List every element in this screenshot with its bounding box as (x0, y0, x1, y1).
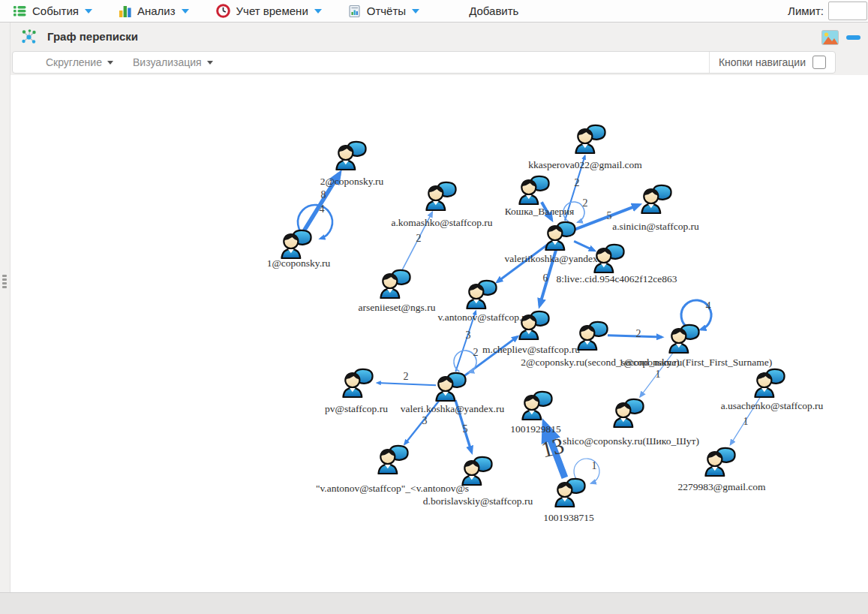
reports-icon (349, 5, 361, 17)
graph-node-person-icon[interactable] (436, 373, 465, 401)
graph-node-label: a.sinicin@staffcop.ru (612, 221, 699, 232)
graph-node-label: pv@staffcop.ru (325, 403, 388, 414)
graph-node-person-icon[interactable] (380, 270, 410, 298)
graph-node-person-icon[interactable] (343, 369, 372, 397)
graph-node-label: Кошка_Валерия (505, 206, 575, 217)
graph-toolbar: Скругление Визуализация Кнопки навигации (12, 51, 836, 74)
graph-node-person-icon[interactable] (669, 325, 698, 353)
edge-count-label: 3 (422, 415, 428, 426)
menu-analysis-label: Анализ (137, 5, 176, 17)
visualization-dropdown[interactable]: Визуализация (133, 56, 213, 68)
graph-node-person-icon[interactable] (578, 322, 607, 350)
menu-time-tracking[interactable]: Учет времени (216, 4, 322, 18)
edge-count-label: 1 (656, 369, 661, 380)
edge-count-label: 8 (321, 189, 326, 200)
edge-count-label: 2 (575, 177, 580, 188)
graph-node-person-icon[interactable] (281, 230, 311, 258)
graph-node-label: 1001938715 (543, 512, 594, 523)
menu-analysis[interactable]: Анализ (119, 5, 189, 17)
edge-count-label: 6 (543, 272, 548, 284)
menu-events[interactable]: События (14, 5, 92, 17)
graph-node-label: a.komashko@staffcop.ru (391, 217, 492, 228)
chevron-down-icon (207, 61, 213, 65)
panel-header-actions (821, 30, 860, 45)
graph-node-label: shico@coponsky.ru(Шико_Шут) (563, 435, 699, 447)
nav-buttons-checkbox[interactable] (812, 56, 826, 69)
rounding-label: Скругление (46, 56, 102, 68)
graph-node-person-icon[interactable] (462, 457, 491, 485)
graph-node-person-icon[interactable] (426, 182, 455, 210)
graph-edge (574, 241, 594, 250)
events-list-icon (14, 5, 26, 17)
graph-node-label: arseniieset@ngs.ru (359, 302, 436, 313)
graph-node-label: 1@coponsky.ru (267, 257, 331, 269)
visualization-label: Визуализация (133, 56, 202, 68)
graph-node-label: 1001929815 (510, 423, 561, 435)
page-title: Граф переписки (47, 30, 138, 43)
graph-node-label: valeriikoshka@yandex.ru (505, 253, 609, 264)
chevron-down-icon (412, 9, 419, 14)
graph-node-label: 1@coponsky.ru(First_First_Surname) (619, 357, 773, 368)
graph-node-person-icon[interactable] (467, 281, 496, 309)
limit-input[interactable] (828, 2, 867, 20)
graph-node-label: 2279983@gmail.com (677, 481, 766, 492)
chevron-down-icon (85, 9, 92, 14)
graph-svg: 82256323513211422412@coponsky.rukkaspero… (11, 75, 868, 593)
edge-count-label: 3 (466, 330, 471, 341)
collapse-minus-icon[interactable] (846, 35, 860, 40)
graph-node-person-icon[interactable] (336, 142, 365, 170)
rounding-dropdown[interactable]: Скругление (46, 56, 113, 68)
menu-reports[interactable]: Отчёты (349, 5, 419, 17)
graph-node-label: kkasperova022@gmail.com (528, 159, 642, 170)
graph-edge (377, 383, 436, 385)
graph-node-label: 8:live:.cid.954c4062f12ce863 (556, 273, 677, 284)
nav-buttons-control: Кнопки навигации (709, 52, 835, 73)
nav-buttons-label: Кнопки навигации (719, 56, 806, 68)
graph-node-person-icon[interactable] (614, 399, 643, 427)
graph-node-label: d.borislavskiy@staffcop.ru (423, 495, 533, 507)
graph-edge (608, 336, 662, 337)
graph-node-person-icon[interactable] (755, 369, 784, 397)
correspondence-graph-canvas[interactable]: 82256323513211422412@coponsky.rukkaspero… (11, 75, 868, 593)
graph-node-label: a.usachenko@staffcop.ru (721, 400, 824, 411)
graph-node-person-icon[interactable] (594, 245, 623, 272)
analysis-bars-icon (119, 5, 131, 17)
top-menu-bar: События Анализ Учет времени Отчёты Доб (0, 0, 868, 23)
edge-count-label: 4 (320, 203, 325, 215)
bottom-status-strip (0, 592, 868, 614)
graph-node-label: v.antonov@staffcop.ru (437, 312, 530, 323)
edge-count-label: 1 (592, 460, 597, 471)
graph-node-person-icon[interactable] (522, 392, 551, 420)
graph-node-person-icon[interactable] (641, 185, 671, 213)
graph-node-person-icon[interactable] (545, 222, 575, 250)
limit-control: Лимит: (788, 2, 868, 20)
graph-node-person-icon[interactable] (705, 448, 734, 476)
image-export-icon[interactable] (821, 30, 839, 45)
panel-header: Граф переписки (21, 29, 138, 44)
edge-count-label: 2 (636, 328, 641, 339)
graph-node-label: "v.antonov@staffcop"_<v.antonov@s (316, 483, 469, 494)
graph-node-person-icon[interactable] (378, 446, 407, 474)
chevron-down-icon (107, 61, 113, 65)
edge-count-label: 5 (607, 210, 612, 221)
graph-node-person-icon[interactable] (575, 125, 605, 153)
menu-reports-label: Отчёты (367, 5, 406, 17)
chevron-down-icon (182, 9, 189, 14)
menu-time-tracking-label: Учет времени (236, 5, 308, 17)
edge-count-label: 2 (416, 233, 422, 244)
edge-count-label: 2 (583, 197, 588, 209)
edge-count-label: 1 (743, 416, 749, 427)
menu-add-button[interactable]: Добавить (469, 5, 518, 17)
edge-count-label: 4 (706, 300, 711, 312)
graph-node-label: 2@coponsky.ru (320, 176, 384, 187)
label-layer: 82256323513211422412@coponsky.rukkaspero… (267, 159, 824, 523)
splitter-drag-handle[interactable] (2, 275, 8, 288)
graph-node-person-icon[interactable] (519, 176, 548, 204)
edge-count-label: 2 (404, 371, 409, 382)
limit-label: Лимит: (788, 5, 824, 17)
time-clock-icon (216, 4, 230, 18)
chevron-down-icon (314, 9, 322, 14)
graph-node-person-icon[interactable] (555, 479, 584, 507)
graph-node-label: m.chepliev@staffcop.ru (482, 344, 580, 355)
menu-events-label: События (32, 5, 79, 17)
